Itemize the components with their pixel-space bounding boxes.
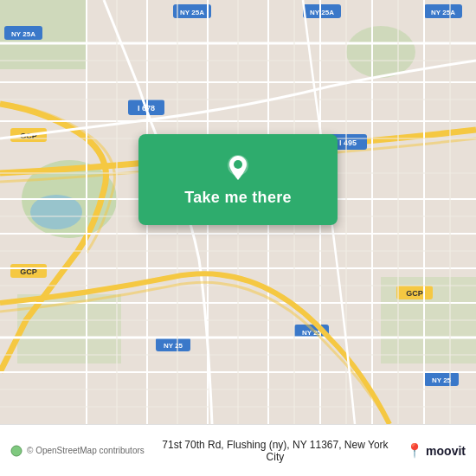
- svg-point-66: [234, 160, 242, 169]
- moovit-branding: 📍 moovit: [406, 442, 466, 459]
- svg-text:NY 25A: NY 25A: [11, 30, 35, 38]
- svg-text:NY 25A: NY 25A: [180, 9, 204, 16]
- map-view: GCP GCP GCP I 678 I 495 NY 25A NY 25A NY…: [0, 0, 476, 424]
- location-pin-icon: [222, 152, 254, 183]
- address-text: 71st 70th Rd, Flushing (ny), NY 11367, N…: [154, 439, 396, 463]
- button-label: Take me there: [184, 189, 292, 207]
- svg-text:I 495: I 495: [339, 138, 357, 147]
- svg-text:GCP: GCP: [406, 289, 423, 298]
- osm-attribution-bar: © OpenStreetMap contributors: [10, 445, 145, 457]
- svg-text:NY 25A: NY 25A: [310, 9, 334, 16]
- openstreetmap-icon: [10, 445, 23, 457]
- svg-text:NY 25: NY 25: [432, 376, 452, 384]
- moovit-heart-icon: 📍: [406, 442, 423, 459]
- svg-rect-5: [17, 294, 121, 363]
- svg-point-67: [11, 446, 22, 456]
- svg-text:NY 25: NY 25: [164, 342, 183, 350]
- take-me-there-button[interactable]: Take me there: [138, 134, 338, 225]
- svg-text:NY 25A: NY 25A: [431, 9, 455, 16]
- svg-point-4: [346, 26, 415, 78]
- moovit-wordmark: moovit: [426, 444, 466, 458]
- osm-label: © OpenStreetMap contributors: [27, 446, 145, 455]
